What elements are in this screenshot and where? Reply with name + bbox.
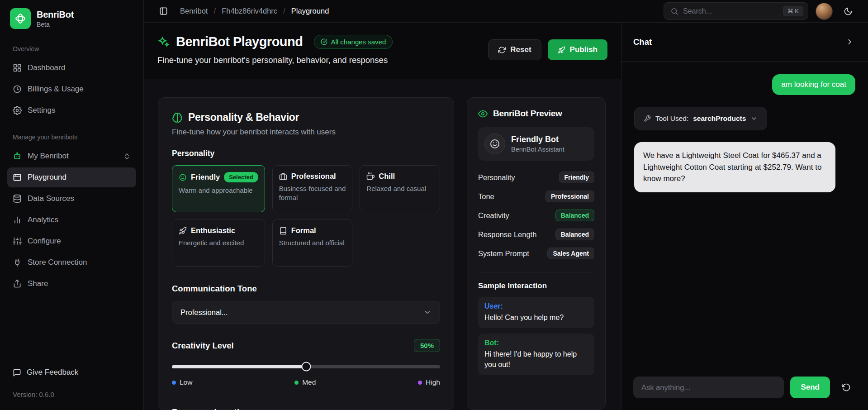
chevron-right-icon	[845, 38, 854, 46]
personality-option-chill[interactable]: Chill Relaxed and casual	[360, 165, 440, 212]
breadcrumb-benribot[interactable]: Benribot	[180, 7, 208, 15]
attr-value-badge: Friendly	[559, 172, 594, 183]
sidebar-toggle-button[interactable]	[156, 4, 171, 19]
chat-input[interactable]	[633, 377, 784, 398]
sidebar-item-settings[interactable]: Settings	[7, 100, 136, 120]
slider-ticks: Low Med High	[172, 378, 440, 386]
app-logo[interactable]: BenriBot Beta	[7, 8, 136, 29]
feedback-label: Give Feedback	[27, 368, 78, 377]
breadcrumb-separator: /	[283, 7, 285, 16]
preview-card-title: BenriBot Preview	[493, 109, 562, 119]
brain-icon	[172, 112, 183, 123]
attr-value-badge: Professional	[545, 191, 594, 202]
attr-value-badge: Balanced	[555, 229, 594, 240]
give-feedback-button[interactable]: Give Feedback	[7, 368, 136, 377]
window-icon	[13, 173, 22, 182]
smile-icon	[489, 138, 500, 149]
header-actions: Reset Publish	[488, 39, 607, 60]
sidebar-item-configure[interactable]: Configure	[7, 231, 136, 251]
personality-option-enthusiastic[interactable]: Enthusiastic Energetic and excited	[172, 219, 265, 267]
divider	[478, 272, 594, 272]
user-chat-bubble: am looking for coat	[772, 74, 855, 95]
personality-option-friendly[interactable]: Friendly Selected Warm and approachable	[172, 165, 265, 212]
sidebar-item-label: My Benribot	[28, 152, 69, 161]
bot-identity-box: Friendly Bot BenriBot Assistant	[478, 127, 594, 161]
search-box[interactable]: ⌘ K	[664, 2, 808, 20]
search-icon	[670, 7, 678, 15]
attr-personality: Personality Friendly	[478, 168, 594, 187]
main-area: BenriBot Playground All changes saved Fi…	[144, 23, 621, 410]
bar-chart-icon	[13, 215, 22, 224]
personality-card-title: Personality & Behavior	[188, 111, 299, 124]
sidebar-item-label: Billings & Usage	[28, 85, 84, 94]
grid-icon	[13, 63, 22, 72]
sidebar-item-share[interactable]: Share	[7, 274, 136, 294]
publish-button[interactable]: Publish	[548, 39, 607, 60]
attr-label: Creativity	[478, 211, 509, 220]
publish-label: Publish	[570, 45, 598, 54]
search-input[interactable]	[683, 7, 778, 15]
communication-tone-select[interactable]: Professional...	[172, 301, 440, 324]
coffee-icon	[366, 172, 375, 181]
sidebar-item-label: Dashboard	[28, 63, 65, 72]
tool-used-prefix: Tool Used:	[655, 114, 688, 123]
sidebar-item-analytics[interactable]: Analytics	[7, 210, 136, 230]
sidebar-item-dashboard[interactable]: Dashboard	[7, 58, 136, 78]
attr-tone: Tone Professional	[478, 187, 594, 206]
reset-button[interactable]: Reset	[488, 39, 541, 60]
sidebar-item-label: Data Sources	[28, 194, 74, 203]
bot-name: Friendly Bot	[511, 135, 564, 144]
sidebar-item-data-sources[interactable]: Data Sources	[7, 189, 136, 209]
chevron-down-icon	[750, 115, 758, 122]
share-icon	[13, 279, 22, 288]
chevrons-up-down-icon[interactable]	[123, 153, 131, 160]
chat-collapse-button[interactable]	[843, 35, 856, 49]
app-beta-badge: Beta	[37, 21, 74, 28]
reset-label: Reset	[510, 45, 531, 54]
tick-label: Med	[302, 378, 316, 386]
sidebar-item-label: Configure	[28, 237, 61, 246]
send-button[interactable]: Send	[790, 377, 830, 398]
attr-label: System Prompt	[478, 249, 529, 258]
message-square-icon	[13, 368, 21, 377]
med-dot	[294, 381, 299, 385]
creativity-slider[interactable]	[172, 362, 440, 371]
breadcrumb-bot-id[interactable]: Fh4bz86riv4dhrc	[222, 7, 277, 15]
user-avatar[interactable]	[816, 3, 833, 20]
reset-chat-button[interactable]	[836, 377, 856, 397]
personality-option-formal[interactable]: Formal Structured and official	[272, 219, 353, 267]
attr-creativity: Creativity Balanced	[478, 206, 594, 225]
slider-thumb[interactable]	[301, 362, 311, 372]
sidebar-item-label: Analytics	[28, 215, 58, 224]
option-desc: Warm and approachable	[179, 186, 258, 195]
chat-messages: am looking for coat Tool Used: searchPro…	[621, 62, 868, 367]
chat-input-row: Send	[621, 367, 868, 410]
tool-used-chip[interactable]: Tool Used: searchProducts	[634, 107, 767, 130]
page-header: BenriBot Playground All changes saved Fi…	[144, 23, 621, 79]
body-row: BenriBot Playground All changes saved Fi…	[144, 23, 868, 410]
attr-response-length: Response Length Balanced	[478, 225, 594, 244]
theme-toggle-button[interactable]	[840, 3, 856, 19]
tool-used-name: searchProducts	[693, 114, 746, 123]
saved-status-text: All changes saved	[331, 38, 386, 46]
selected-badge: Selected	[224, 172, 258, 182]
sidebar-item-billings[interactable]: Billings & Usage	[7, 79, 136, 99]
breadcrumb-playground[interactable]: Playground	[291, 7, 329, 15]
sidebar-item-store-connection[interactable]: Store Connection	[7, 253, 136, 272]
attr-label: Personality	[478, 173, 515, 182]
page-title: BenriBot Playground	[176, 34, 303, 49]
topbar: Benribot / Fh4bz86riv4dhrc / Playground …	[144, 0, 868, 23]
personality-option-professional[interactable]: Professional Business-focused and formal	[272, 165, 353, 212]
plug-icon	[13, 258, 22, 267]
search-shortcut-badge: ⌘ K	[783, 6, 803, 16]
book-icon	[279, 227, 287, 235]
database-icon	[13, 194, 22, 203]
sidebar-item-label: Settings	[28, 106, 55, 115]
sample-interaction-label: Sample Interaction	[478, 281, 594, 291]
communication-tone-label: Communication Tone	[172, 284, 440, 294]
sparkles-icon	[157, 36, 170, 48]
rocket-icon	[558, 46, 565, 54]
sidebar-item-playground[interactable]: Playground	[7, 167, 136, 187]
tick-high: High	[418, 378, 440, 386]
sidebar-item-my-benribot[interactable]: My Benribot	[7, 146, 136, 166]
